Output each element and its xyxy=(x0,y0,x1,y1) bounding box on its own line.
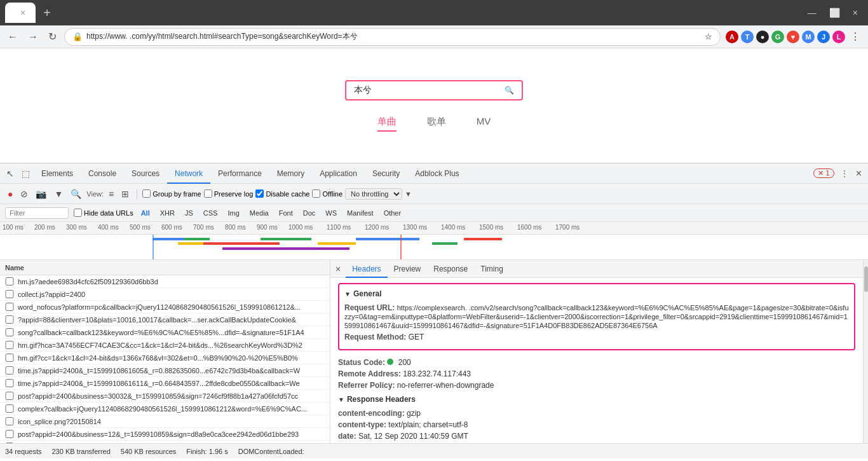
ext-6[interactable]: L xyxy=(832,31,845,43)
disable-cache-checkbox[interactable] xyxy=(255,189,264,198)
address-bar[interactable]: 🔒 https://www. .com/yy/html/search.html#… xyxy=(64,28,721,46)
stop-btn[interactable]: ⊘ xyxy=(18,188,31,200)
search-box[interactable]: 🔍 xyxy=(345,80,523,100)
filter-other[interactable]: Other xyxy=(381,209,404,217)
details-tab-headers[interactable]: Headers xyxy=(346,260,387,278)
filter-media[interactable]: Media xyxy=(247,209,271,217)
scrollbar-thumb[interactable] xyxy=(864,266,868,292)
grid-view-btn[interactable]: ⊞ xyxy=(119,188,132,200)
item-checkbox[interactable] xyxy=(5,315,14,324)
item-checkbox[interactable] xyxy=(5,303,14,311)
tab-performance[interactable]: Performance xyxy=(210,163,269,184)
menu-btn[interactable]: ⋮ xyxy=(848,28,863,45)
search-icon[interactable]: 🔍 xyxy=(505,86,514,95)
filter-toggle-btn[interactable]: ▼ xyxy=(51,188,65,200)
details-scrollbar[interactable] xyxy=(863,260,868,443)
requests-list[interactable]: Name hm.js?aedee6983d4cfc62f509129360d6b… xyxy=(0,260,330,443)
search-btn[interactable]: 🔍 xyxy=(68,188,84,200)
list-item[interactable]: hm.gif?hca=3A7456ECF74CAE3C&cc=1&ck=1&cl… xyxy=(0,339,330,352)
filter-all[interactable]: All xyxy=(139,209,153,217)
active-tab[interactable]: × xyxy=(5,3,36,23)
forward-btn[interactable]: → xyxy=(25,29,41,45)
ext-4[interactable]: M xyxy=(802,31,815,43)
details-tab-response[interactable]: Response xyxy=(427,260,474,278)
item-checkbox[interactable] xyxy=(5,290,14,298)
list-item[interactable]: time.js?appid=2400&_t=1599910861611&_r=0… xyxy=(0,377,330,390)
tab-mv[interactable]: MV xyxy=(477,116,491,132)
ext-5[interactable]: J xyxy=(817,31,830,43)
details-close-btn[interactable]: × xyxy=(330,264,346,274)
list-view-btn[interactable]: ≡ xyxy=(106,188,116,200)
tab-sources[interactable]: Sources xyxy=(124,163,167,184)
details-tab-preview[interactable]: Preview xyxy=(388,260,428,278)
disable-cache-label[interactable]: Disable cache xyxy=(255,189,309,198)
list-item[interactable]: collect.js?appid=2400 xyxy=(0,288,330,301)
details-tab-timing[interactable]: Timing xyxy=(474,260,510,278)
hide-data-checkbox[interactable] xyxy=(74,209,82,217)
devtools-icon-device[interactable]: ⬚ xyxy=(18,169,34,179)
filter-doc[interactable]: Doc xyxy=(301,209,318,217)
camera-btn[interactable]: 📷 xyxy=(33,188,49,200)
filter-xhr[interactable]: XHR xyxy=(158,209,177,217)
close-btn[interactable]: × xyxy=(848,5,863,20)
filter-manifest[interactable]: Manifest xyxy=(344,209,376,217)
filter-js[interactable]: JS xyxy=(182,209,196,217)
item-checkbox[interactable] xyxy=(5,328,14,336)
devtools-icon-pointer[interactable]: ↖ xyxy=(3,169,18,179)
tab-close-btn[interactable]: × xyxy=(20,8,25,18)
ext-translate[interactable]: T xyxy=(741,31,754,43)
item-checkbox[interactable] xyxy=(5,341,14,349)
list-item[interactable]: hm.js?aedee6983d4cfc62f509129360d6bb3d xyxy=(0,275,330,288)
group-frame-checkbox[interactable] xyxy=(142,189,151,198)
item-checkbox[interactable] xyxy=(5,392,14,400)
tab-console[interactable]: Console xyxy=(81,163,124,184)
tab-elements[interactable]: Elements xyxy=(34,163,81,184)
ext-3[interactable]: ♥ xyxy=(787,31,799,43)
restore-btn[interactable]: ⬜ xyxy=(824,5,845,20)
item-checkbox[interactable] xyxy=(5,404,14,413)
list-item[interactable]: complex?callback=jQuery11240868290480561… xyxy=(0,403,330,415)
item-checkbox[interactable] xyxy=(5,417,14,425)
item-checkbox[interactable] xyxy=(5,277,14,286)
preserve-log-label[interactable]: Preserve log xyxy=(204,189,254,198)
hide-data-label[interactable]: Hide data URLs xyxy=(74,209,133,217)
preserve-log-checkbox[interactable] xyxy=(204,189,212,198)
group-frame-label[interactable]: Group by frame xyxy=(142,189,201,198)
filter-ws[interactable]: WS xyxy=(323,209,339,217)
offline-label[interactable]: Offline xyxy=(312,189,342,198)
devtools-close[interactable]: × xyxy=(852,168,865,179)
tab-memory[interactable]: Memory xyxy=(269,163,312,184)
filter-input[interactable] xyxy=(5,207,69,219)
filter-img[interactable]: Img xyxy=(225,209,241,217)
ext-2[interactable]: G xyxy=(771,31,784,43)
search-input[interactable] xyxy=(354,85,505,95)
tab-application[interactable]: Application xyxy=(312,163,365,184)
ext-abp[interactable]: A xyxy=(726,31,738,43)
ext-1[interactable]: ● xyxy=(756,31,769,43)
star-icon[interactable]: ☆ xyxy=(705,32,712,41)
response-headers-section[interactable]: ▼ Response Headers xyxy=(338,395,855,404)
tab-network[interactable]: Network xyxy=(167,163,210,184)
minimize-btn[interactable]: — xyxy=(803,5,822,20)
list-item[interactable]: post?appid=2400&business=12&_t=159991085… xyxy=(0,428,330,441)
list-item[interactable]: word_nofocus?platform=pc&callback=jQuery… xyxy=(0,301,330,313)
list-item[interactable]: icon_splice.png?20150814 xyxy=(0,415,330,428)
refresh-btn[interactable]: ↻ xyxy=(46,28,59,45)
general-section-header[interactable]: ▼ General xyxy=(344,289,849,298)
tab-security[interactable]: Security xyxy=(365,163,407,184)
filter-css[interactable]: CSS xyxy=(201,209,220,217)
item-checkbox[interactable] xyxy=(5,366,14,375)
back-btn[interactable]: ← xyxy=(5,29,20,45)
list-item[interactable]: hm.gif?cc=1&ck=1&cl=24-bit&ds=1366x768&v… xyxy=(0,352,330,364)
tab-adblock[interactable]: Adblock Plus xyxy=(407,163,466,184)
tab-single[interactable]: 单曲 xyxy=(377,116,397,132)
item-checkbox[interactable] xyxy=(5,379,14,387)
record-btn[interactable]: ● xyxy=(5,188,15,200)
more-icon[interactable]: ⋮ xyxy=(837,169,852,178)
list-item[interactable]: post?appid=2400&business=30032&_t=159991… xyxy=(0,390,330,403)
list-item[interactable]: time.js?appid=2400&_t=1599910861605&_r=0… xyxy=(0,364,330,377)
throttle-select[interactable]: No throttling xyxy=(345,188,402,200)
filter-font[interactable]: Font xyxy=(276,209,295,217)
list-item[interactable]: song?callback=callback123&keyword=%E6%9C… xyxy=(0,326,330,339)
item-checkbox[interactable] xyxy=(5,354,14,362)
